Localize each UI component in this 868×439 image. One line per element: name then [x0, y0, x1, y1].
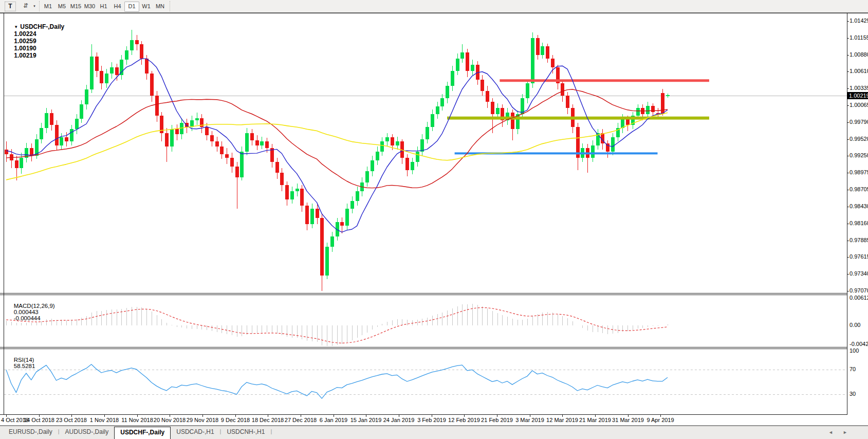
- date-axis-label: 14 Oct 2018: [24, 417, 54, 423]
- timeframe-button-h4[interactable]: H4: [110, 2, 124, 11]
- bull-candle: [40, 128, 43, 139]
- bear-candle: [15, 160, 19, 169]
- price-axis-label: 0.98160: [849, 220, 867, 227]
- moving-average-fast: [6, 59, 668, 232]
- price-axis-tick: [847, 257, 849, 258]
- bear-candle: [95, 57, 99, 71]
- chart-title[interactable]: ▼USDCHF-,Daily 1.00224 1.00259 1.00190 1…: [7, 16, 66, 66]
- bear-candle: [536, 38, 540, 55]
- text-tool-button[interactable]: T: [5, 2, 16, 11]
- rsi-axis-label: 70: [849, 366, 867, 373]
- macd-pane[interactable]: [0, 295, 868, 347]
- macd-axis-label: -0.00425: [849, 341, 867, 348]
- arrows-tool-dropdown-caret[interactable]: ▼: [32, 2, 37, 10]
- bull-candle: [591, 145, 595, 158]
- bear-candle: [150, 74, 154, 96]
- bear-candle: [230, 158, 234, 167]
- bull-candle: [60, 137, 63, 145]
- chart-tab-usdchf-daily[interactable]: USDCHF-,Daily: [114, 427, 171, 439]
- arrows-tool-button[interactable]: ⇵: [20, 2, 32, 10]
- date-axis-label: 21 Mar 2019: [579, 417, 611, 423]
- bull-candle: [446, 86, 449, 98]
- main-chart-pane[interactable]: [0, 13, 868, 293]
- timeframe-button-m15[interactable]: M15: [69, 2, 83, 11]
- bull-candle: [125, 50, 128, 60]
- ohlc-high: 1.00259: [14, 38, 36, 45]
- tab-scroll-right-icon[interactable]: ►: [843, 430, 847, 435]
- bull-candle: [646, 106, 650, 115]
- bull-candle: [80, 104, 83, 119]
- price-axis-tick: [847, 156, 849, 156]
- bear-candle: [5, 150, 8, 154]
- bull-candle: [45, 113, 48, 128]
- macd-axis-label: 0.00: [849, 322, 867, 329]
- bear-candle: [466, 52, 469, 71]
- toolbar-separator: [39, 1, 40, 11]
- bull-candle: [436, 106, 439, 115]
- price-axis-label: 0.99520: [849, 136, 867, 143]
- ohlc-close: 1.00219: [14, 52, 36, 59]
- bull-candle: [130, 40, 134, 50]
- timeframe-button-mn[interactable]: MN: [153, 2, 167, 11]
- rsi-indicator-label: RSI(14) 58.5281: [7, 351, 35, 375]
- bear-candle: [280, 173, 284, 185]
- bull-candle: [190, 120, 194, 126]
- timeframe-button-m30[interactable]: M30: [83, 2, 97, 11]
- bear-candle: [220, 147, 224, 154]
- bull-candle: [240, 152, 244, 178]
- date-axis-border: [0, 414, 847, 415]
- bull-candle: [420, 139, 424, 152]
- timeframe-button-m1[interactable]: M1: [41, 2, 55, 11]
- chart-tab-audusd-daily[interactable]: AUDUSD-,Daily: [60, 426, 115, 439]
- bull-candle: [636, 108, 640, 115]
- tab-scroll-left-icon[interactable]: ◄: [828, 430, 833, 435]
- chart-tab-eurusd-daily[interactable]: EURUSD-,Daily: [3, 426, 58, 439]
- chart-symbol-label: USDCHF-,Daily: [20, 23, 64, 30]
- bull-candle: [471, 65, 474, 71]
- price-axis-label: 0.98975: [849, 169, 867, 176]
- moving-average-slow: [6, 113, 668, 180]
- chart-tab-usdcad-h1[interactable]: USDCAD-,H1: [171, 426, 219, 439]
- bear-candle: [486, 91, 489, 102]
- bull-candle: [526, 83, 529, 98]
- date-axis-label: 23 Oct 2018: [56, 417, 87, 423]
- price-axis-tick: [847, 88, 849, 89]
- rsi-pane[interactable]: [0, 349, 868, 414]
- price-axis-label: 1.01155: [849, 34, 867, 42]
- pane-separator[interactable]: [0, 347, 847, 347]
- price-axis-tick: [847, 207, 849, 207]
- pane-separator[interactable]: [0, 293, 847, 294]
- bear-candle: [340, 222, 344, 226]
- bull-candle: [296, 189, 299, 191]
- bear-candle: [155, 96, 159, 116]
- bear-candle: [55, 125, 59, 145]
- date-axis-label: 9 Apr 2019: [647, 417, 674, 423]
- chart-tab-usdcnh-h1[interactable]: USDCNH-,H1: [221, 426, 270, 439]
- horizontal-level-line: [447, 117, 709, 120]
- macd-signal-value: -0.000444: [14, 315, 41, 321]
- price-axis-tick: [847, 122, 849, 123]
- bear-candle: [225, 154, 229, 158]
- bull-candle: [416, 152, 419, 162]
- timeframe-button-h1[interactable]: H1: [97, 2, 110, 11]
- price-axis-label: 1.00880: [849, 51, 867, 59]
- macd-indicator-label: MACD(12,26,9) 0.000443 -0.000444: [7, 297, 55, 327]
- symbol-dropdown-arrow[interactable]: ▼: [14, 25, 18, 29]
- bear-candle: [491, 102, 494, 114]
- timeframe-button-m5[interactable]: M5: [55, 2, 69, 11]
- timeframe-button-w1[interactable]: W1: [139, 2, 153, 11]
- bull-candle: [531, 38, 534, 83]
- date-axis-label: 11 Nov 2018: [121, 417, 153, 423]
- bear-candle: [145, 59, 149, 74]
- tab-divider: |: [270, 426, 272, 434]
- bull-candle: [260, 141, 264, 145]
- bull-candle: [356, 191, 359, 201]
- bull-candle: [170, 129, 174, 147]
- timeframe-button-d1[interactable]: D1: [124, 2, 139, 12]
- price-axis-tick: [847, 190, 849, 190]
- date-axis-label: 3 Feb 2019: [417, 417, 446, 423]
- bear-candle: [135, 40, 139, 44]
- price-axis-tick: [847, 291, 849, 291]
- bull-candle: [330, 236, 334, 247]
- price-axis-tick: [847, 241, 849, 241]
